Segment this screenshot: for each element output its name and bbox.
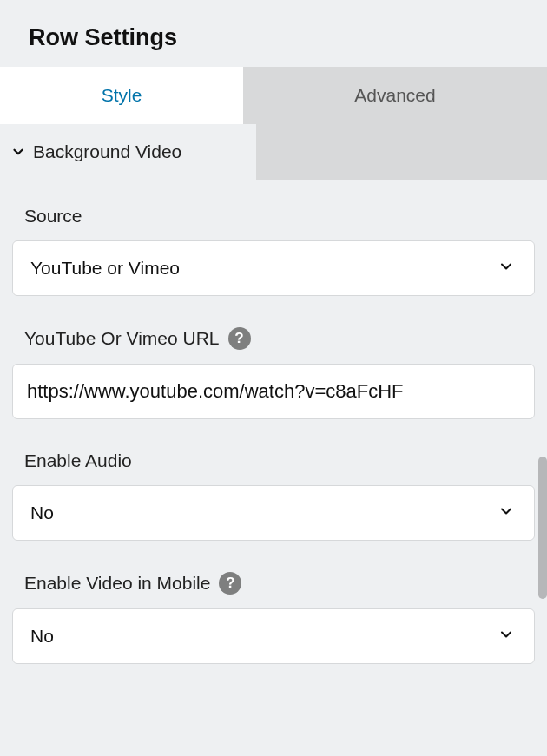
- select-enable-video-mobile-value: No: [30, 626, 54, 647]
- chevron-down-icon: [10, 144, 26, 160]
- help-icon[interactable]: ?: [219, 572, 241, 595]
- field-source: Source YouTube or Vimeo: [12, 206, 535, 296]
- chevron-down-icon: [498, 258, 515, 279]
- tabs: Style Advanced: [0, 67, 547, 124]
- select-enable-video-mobile[interactable]: No: [12, 608, 535, 664]
- tab-advanced[interactable]: Advanced: [243, 67, 547, 124]
- label-enable-video-mobile: Enable Video in Mobile: [24, 573, 210, 594]
- panel-title: Row Settings: [0, 0, 547, 67]
- scrollbar-thumb[interactable]: [538, 457, 547, 599]
- label-url: YouTube Or Vimeo URL: [24, 328, 220, 349]
- section-header-filler: [256, 124, 547, 180]
- form-area: Source YouTube or Vimeo YouTube Or Vimeo…: [0, 206, 547, 664]
- input-url[interactable]: [12, 364, 535, 419]
- label-source: Source: [24, 206, 82, 227]
- label-enable-audio: Enable Audio: [24, 450, 132, 471]
- field-enable-video-mobile: Enable Video in Mobile ? No: [12, 572, 535, 664]
- select-enable-audio[interactable]: No: [12, 485, 535, 541]
- tab-style[interactable]: Style: [0, 67, 243, 124]
- chevron-down-icon: [498, 503, 515, 523]
- select-source[interactable]: YouTube or Vimeo: [12, 240, 535, 296]
- help-icon[interactable]: ?: [228, 327, 251, 350]
- section-label: Background Video: [33, 141, 181, 162]
- field-url: YouTube Or Vimeo URL ?: [12, 327, 535, 419]
- section-header-background-video[interactable]: Background Video: [0, 124, 256, 180]
- select-source-value: YouTube or Vimeo: [30, 258, 180, 279]
- chevron-down-icon: [498, 626, 515, 647]
- select-enable-audio-value: No: [30, 503, 54, 523]
- field-enable-audio: Enable Audio No: [12, 450, 535, 541]
- section-header-row: Background Video: [0, 124, 547, 180]
